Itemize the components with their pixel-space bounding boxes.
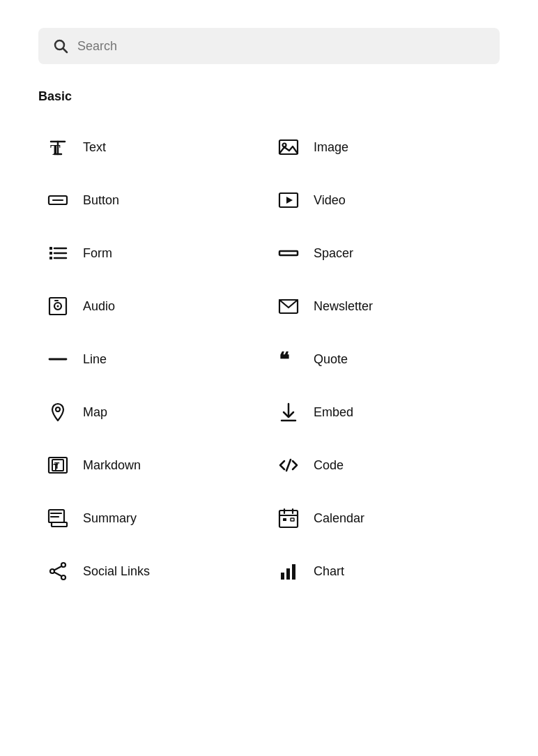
item-summary[interactable]: Summary [38,492,269,545]
svg-point-26 [56,407,60,411]
item-chart[interactable]: Chart [269,545,500,598]
svg-point-7 [283,144,286,147]
form-icon [45,241,70,266]
line-icon [45,347,70,372]
item-embed[interactable]: Embed [269,386,500,439]
item-social-links-label: Social Links [83,564,150,579]
search-bar[interactable] [38,28,500,64]
item-quote[interactable]: ❝ Quote [269,333,500,386]
svg-text:T: T [54,461,60,471]
svg-marker-11 [286,197,293,204]
search-input[interactable] [77,39,486,54]
item-code[interactable]: Code [269,439,500,492]
svg-line-47 [54,566,61,570]
item-text-label: Text [83,140,106,155]
item-form[interactable]: Form [38,227,269,280]
svg-line-33 [286,460,291,471]
item-map[interactable]: Map [38,386,269,439]
item-social-links[interactable]: Social Links [38,545,269,598]
svg-text:T: T [50,141,61,158]
svg-rect-42 [283,518,286,521]
item-chart-label: Chart [314,564,344,579]
embed-icon [276,400,301,425]
svg-point-21 [57,305,59,308]
svg-rect-18 [279,251,298,255]
markdown-icon: T T [45,453,70,478]
calendar-icon [276,506,301,531]
search-icon [52,38,69,54]
item-button[interactable]: Button [38,174,269,227]
svg-rect-49 [281,573,284,580]
item-audio-label: Audio [83,299,115,314]
text-icon: T [45,135,70,160]
svg-rect-6 [279,140,298,154]
map-icon [45,400,70,425]
item-image-label: Image [314,140,348,155]
item-text[interactable]: T Text [38,121,269,174]
item-form-label: Form [83,246,112,261]
item-line-label: Line [83,352,107,367]
item-newsletter[interactable]: Newsletter [269,280,500,333]
svg-rect-35 [52,522,67,527]
button-icon [45,188,70,213]
section-title: Basic [38,89,500,104]
svg-rect-43 [291,518,294,521]
svg-rect-16 [49,252,52,255]
item-embed-label: Embed [314,405,353,420]
svg-rect-50 [286,568,290,580]
item-calendar-label: Calendar [314,511,364,526]
item-map-label: Map [83,405,107,420]
item-video[interactable]: Video [269,174,500,227]
item-video-label: Video [314,193,346,208]
svg-rect-15 [49,247,52,250]
item-markdown[interactable]: T T Markdown [38,439,269,492]
video-icon [276,188,301,213]
chart-icon [276,559,301,584]
spacer-icon [276,241,301,266]
code-icon [276,453,301,478]
item-line[interactable]: Line [38,333,269,386]
items-grid: T Text Image Button [38,121,500,598]
social-links-icon [45,559,70,584]
item-code-label: Code [314,458,344,473]
summary-icon [45,506,70,531]
svg-rect-17 [49,257,52,259]
svg-line-48 [54,573,61,577]
audio-icon [45,294,70,319]
item-quote-label: Quote [314,352,348,367]
svg-text:❝: ❝ [279,349,289,370]
item-spacer-label: Spacer [314,246,353,261]
item-summary-label: Summary [83,511,137,526]
quote-icon: ❝ [276,347,301,372]
item-button-label: Button [83,193,119,208]
newsletter-icon [276,294,301,319]
item-newsletter-label: Newsletter [314,299,373,314]
item-spacer[interactable]: Spacer [269,227,500,280]
svg-line-1 [63,49,68,53]
svg-rect-38 [279,511,298,527]
item-audio[interactable]: Audio [38,280,269,333]
svg-rect-51 [292,564,295,580]
item-image[interactable]: Image [269,121,500,174]
item-calendar[interactable]: Calendar [269,492,500,545]
image-icon [276,135,301,160]
item-markdown-label: Markdown [83,458,141,473]
